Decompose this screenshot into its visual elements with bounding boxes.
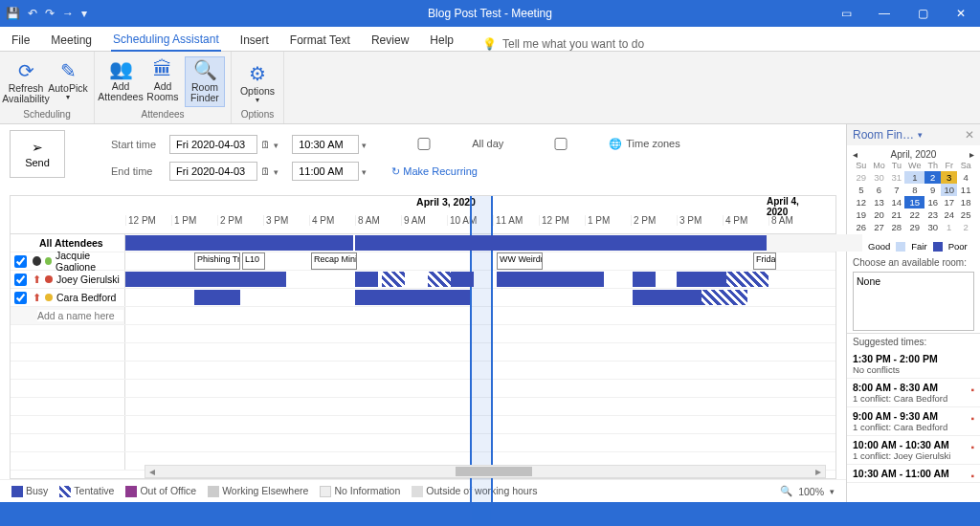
required-icon: ⬆ bbox=[33, 274, 41, 286]
end-date-input[interactable] bbox=[169, 162, 257, 181]
end-time-input[interactable] bbox=[292, 162, 359, 181]
zoom-icon[interactable]: 🔍 bbox=[780, 485, 792, 497]
legend: Busy Tentative Out of Office Working Els… bbox=[0, 479, 846, 502]
gear-icon: ⚙ bbox=[249, 63, 266, 84]
ribbon-mode-icon[interactable]: ▭ bbox=[827, 0, 865, 27]
chevron-down-icon: ▾ bbox=[256, 97, 259, 105]
busy-block bbox=[633, 290, 702, 305]
chevron-down-icon[interactable]: ▾ bbox=[362, 141, 367, 150]
busy-block bbox=[355, 235, 767, 251]
add-attendees-button[interactable]: 👥Add Attendees bbox=[100, 56, 141, 107]
attendee-name[interactable]: Joey Gierulski bbox=[56, 274, 120, 285]
ribbon: ⟳Refresh Availability ✎AutoPick▾ Schedul… bbox=[0, 52, 980, 124]
required-icon: ⬆ bbox=[33, 292, 41, 304]
recurring-icon: ↻ bbox=[391, 165, 400, 177]
options-button[interactable]: ⚙Options▾ bbox=[237, 61, 278, 107]
next-month-button[interactable]: ▸ bbox=[969, 149, 974, 160]
event-block[interactable]: Frida bbox=[753, 252, 776, 270]
suggested-times-header: Suggested times: bbox=[847, 334, 980, 350]
time-slot[interactable]: 10:30 AM - 11:00 AM▪ bbox=[847, 465, 980, 483]
time-slot[interactable]: 9:00 AM - 9:30 AM1 conflict: Cara Bedfor… bbox=[847, 407, 980, 436]
all-day-checkbox[interactable]: All day bbox=[380, 138, 503, 150]
start-time-input[interactable] bbox=[292, 135, 359, 154]
scrollbar-thumb[interactable] bbox=[456, 467, 532, 476]
busy-block bbox=[677, 272, 726, 287]
tell-me-input[interactable]: 💡 Tell me what you want to do bbox=[482, 37, 644, 51]
chevron-down-icon[interactable]: ▾ bbox=[918, 130, 923, 140]
ribbon-tabs: File Meeting Scheduling Assistant Insert… bbox=[0, 27, 980, 52]
chevron-down-icon[interactable]: ▾ bbox=[362, 167, 367, 177]
room-list[interactable]: None bbox=[853, 272, 974, 331]
attendee-checkbox[interactable] bbox=[14, 274, 27, 286]
time-slot[interactable]: 8:00 AM - 8:30 AM1 conflict: Cara Bedfor… bbox=[847, 379, 980, 407]
busy-block bbox=[125, 272, 286, 287]
tab-meeting[interactable]: Meeting bbox=[49, 30, 94, 51]
room-finder-button[interactable]: 🔍Room Finder bbox=[185, 56, 225, 107]
event-block[interactable]: Phishing Tr. bbox=[194, 252, 240, 270]
add-attendee-input[interactable] bbox=[37, 310, 123, 321]
save-icon[interactable]: 💾 bbox=[6, 7, 20, 20]
chevron-down-icon[interactable]: ▾ bbox=[274, 167, 278, 177]
autopick-icon: ✎ bbox=[60, 60, 77, 81]
tab-insert[interactable]: Insert bbox=[238, 30, 271, 51]
close-panel-button[interactable]: ✕ bbox=[965, 128, 974, 142]
scheduling-grid[interactable]: April 3, 2020 April 4, 2020 12 PM1 PM2 P… bbox=[10, 195, 836, 479]
minimize-button[interactable]: — bbox=[865, 0, 903, 27]
maximize-button[interactable]: ▢ bbox=[903, 0, 942, 27]
horizontal-scrollbar[interactable]: ◂ ▸ bbox=[145, 465, 826, 478]
attendee-checkbox[interactable] bbox=[14, 255, 27, 268]
forward-icon[interactable]: → bbox=[62, 7, 74, 20]
room-finder-icon: 🔍 bbox=[193, 59, 217, 80]
chevron-down-icon: ▾ bbox=[66, 94, 70, 102]
presence-icon bbox=[45, 257, 52, 265]
mini-calendar[interactable]: ◂April, 2020▸ SuMoTuWeThFrSa 2930311234 … bbox=[847, 145, 980, 237]
tab-file[interactable]: File bbox=[10, 30, 32, 51]
send-button[interactable]: ➢ Send bbox=[10, 130, 65, 178]
group-options: ⚙Options▾ Options bbox=[232, 52, 284, 123]
fair-swatch bbox=[896, 242, 905, 252]
attendee-checkbox[interactable] bbox=[14, 292, 27, 304]
scroll-left-icon[interactable]: ◂ bbox=[145, 465, 159, 478]
tab-format-text[interactable]: Format Text bbox=[288, 30, 352, 51]
qat-more-icon[interactable]: ▾ bbox=[81, 7, 87, 20]
tentative-block bbox=[382, 272, 405, 287]
add-rooms-button[interactable]: 🏛Add Rooms bbox=[143, 56, 183, 107]
choose-room-label: Choose an available room: bbox=[847, 255, 980, 270]
attendee-name[interactable]: Jacquie Gaglione bbox=[56, 250, 124, 273]
add-rooms-icon: 🏛 bbox=[153, 58, 172, 79]
undo-icon[interactable]: ↶ bbox=[28, 7, 37, 20]
scroll-right-icon[interactable]: ▸ bbox=[812, 465, 825, 478]
conflict-icon: ▪ bbox=[970, 471, 974, 481]
start-time-label: Start time bbox=[105, 132, 162, 157]
tab-help[interactable]: Help bbox=[428, 30, 456, 51]
attendee-name[interactable]: Cara Bedford bbox=[56, 292, 116, 303]
group-scheduling: ⟳Refresh Availability ✎AutoPick▾ Schedul… bbox=[0, 52, 95, 123]
busy-block bbox=[451, 272, 474, 287]
event-block[interactable]: WW Weirdn bbox=[497, 252, 543, 270]
autopick-button[interactable]: ✎AutoPick▾ bbox=[48, 58, 88, 107]
redo-icon[interactable]: ↷ bbox=[45, 7, 55, 20]
busy-block bbox=[194, 290, 240, 305]
chevron-down-icon[interactable]: ▾ bbox=[830, 487, 835, 496]
availability-key: Good Fair Poor bbox=[847, 237, 980, 255]
tab-scheduling-assistant[interactable]: Scheduling Assistant bbox=[111, 29, 221, 52]
calendar-icon[interactable]: 🗓 bbox=[260, 165, 271, 177]
calendar-icon[interactable]: 🗓 bbox=[260, 139, 271, 150]
time-zones-checkbox[interactable]: 🌐Time zones bbox=[517, 138, 679, 150]
refresh-availability-button[interactable]: ⟳Refresh Availability bbox=[6, 58, 46, 107]
start-date-input[interactable] bbox=[169, 135, 257, 154]
time-slot[interactable]: 1:30 PM - 2:00 PMNo conflicts bbox=[847, 350, 980, 379]
close-button[interactable]: ✕ bbox=[942, 0, 980, 27]
make-recurring-link[interactable]: ↻ Make Recurring bbox=[391, 165, 478, 177]
tab-review[interactable]: Review bbox=[369, 30, 411, 51]
busy-block bbox=[355, 290, 470, 305]
time-slot[interactable]: 10:00 AM - 10:30 AM1 conflict: Joey Gier… bbox=[847, 436, 980, 465]
presence-icon bbox=[45, 294, 53, 301]
end-time-label: End time bbox=[105, 159, 162, 184]
event-block[interactable]: Recap Mini bbox=[311, 252, 357, 270]
tentative-block bbox=[702, 290, 747, 305]
event-block[interactable]: L10 bbox=[242, 252, 265, 270]
non-working-block bbox=[767, 234, 862, 252]
prev-month-button[interactable]: ◂ bbox=[853, 149, 858, 160]
chevron-down-icon[interactable]: ▾ bbox=[274, 141, 278, 150]
